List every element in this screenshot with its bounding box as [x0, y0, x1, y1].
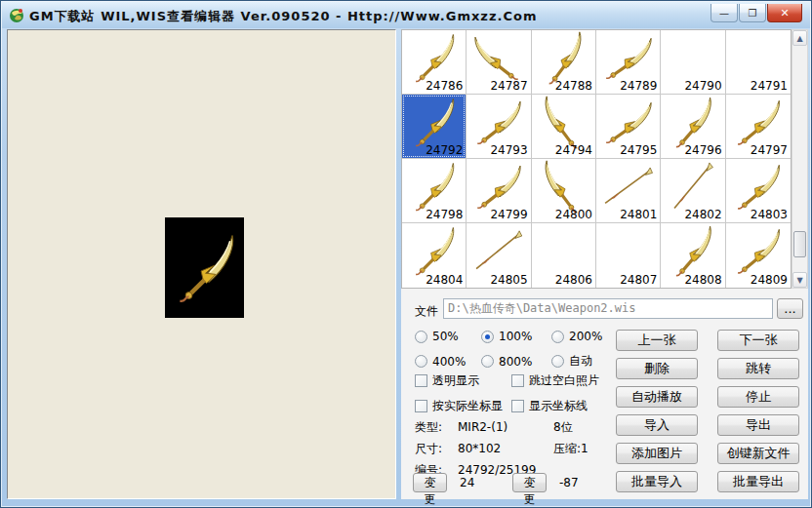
close-button[interactable]: ✕: [767, 4, 802, 22]
thumbnail-cell-24786[interactable]: 24786: [402, 30, 467, 95]
change-x-button[interactable]: 变更: [413, 473, 447, 492]
checkbox-label: 跳过空白照片: [529, 372, 599, 389]
sword-sprite: [467, 29, 529, 87]
radio-icon: [551, 331, 564, 343]
scrollbar-thumb[interactable]: [793, 231, 806, 257]
delete-button[interactable]: 删除: [616, 358, 698, 379]
add-image-button[interactable]: 添加图片: [616, 443, 698, 464]
thumbnail-number: 24797: [751, 143, 788, 157]
zoom-100-radio[interactable]: 100%: [481, 330, 551, 343]
zoom-50-radio[interactable]: 50%: [415, 330, 481, 343]
checkbox-icon: [415, 400, 427, 412]
zoom-auto-radio[interactable]: 自动: [551, 353, 620, 370]
zoom-800-radio[interactable]: 800%: [481, 353, 551, 370]
thumbnail-number: 24793: [490, 143, 527, 157]
create-file-button[interactable]: 创键新文件: [717, 443, 799, 464]
thumbnail-cell-24808[interactable]: 24808: [661, 223, 725, 288]
thumbnail-number: 24796: [684, 143, 721, 157]
thumbnail-number: 24786: [426, 79, 463, 93]
thumbnail-cell-24807[interactable]: 24807: [596, 223, 661, 288]
batch-import-button[interactable]: 批量导入: [616, 471, 698, 492]
compress-value: 压缩:1: [553, 441, 589, 457]
thumbnail-cell-24795[interactable]: 24795: [596, 95, 661, 159]
thumbnail-number: 24807: [620, 273, 657, 287]
scroll-down-icon[interactable]: ▼: [792, 272, 807, 288]
bits-value: 8位: [553, 419, 589, 436]
export-button[interactable]: 导出: [717, 414, 799, 436]
checkbox-icon: [511, 374, 524, 387]
thumbnail-cell-24794[interactable]: 24794: [532, 95, 596, 159]
display-options: 透明显示跳过空白照片按实际坐标显显示坐标线: [415, 372, 629, 414]
radio-icon: [481, 355, 494, 368]
file-label: 文件: [415, 303, 438, 320]
radio-label: 200%: [569, 330, 602, 343]
scrollbar[interactable]: ▲ ▼: [792, 29, 808, 289]
thumbnail-cell-24802[interactable]: 24802: [661, 159, 725, 223]
thumbnail-cell-24789[interactable]: 24789: [596, 30, 661, 95]
action-buttons: 上一张下一张删除跳转自动播放停止导入导出添加图片创键新文件批量导入批量导出: [616, 330, 799, 492]
minimize-button[interactable]: —: [710, 4, 738, 22]
thumbnail-cell-24809[interactable]: 24809: [726, 223, 791, 288]
thumbnail-cell-24800[interactable]: 24800: [532, 159, 596, 223]
type-label: 类型:: [415, 419, 458, 436]
thumbnail-cell-24796[interactable]: 24796: [661, 95, 725, 159]
thumbnail-cell-24798[interactable]: 24798: [402, 159, 467, 223]
thumbnail-number: 24790: [684, 79, 721, 93]
thumbnail-cell-24806[interactable]: 24806: [532, 223, 596, 288]
thumbnail-cell-24791[interactable]: 24791: [726, 30, 791, 95]
thumbnail-cell-24790[interactable]: 24790: [661, 30, 725, 95]
thumbnail-cell-24803[interactable]: 24803: [726, 159, 791, 223]
thumbnail-cell-24793[interactable]: 24793: [467, 95, 531, 159]
zoom-200-radio[interactable]: 200%: [551, 330, 620, 343]
radio-label: 自动: [569, 353, 592, 370]
browse-button[interactable]: ...: [777, 298, 803, 319]
transparent-display-checkbox[interactable]: 透明显示: [415, 372, 511, 389]
app-icon: [9, 7, 25, 23]
thumbnail-cell-24797[interactable]: 24797: [726, 95, 791, 159]
next-button[interactable]: 下一张: [717, 330, 799, 351]
sword-sprite: [405, 32, 462, 83]
app-window: GM下载站 WIL,WIS查看编辑器 Ver.090520 - Http://W…: [0, 0, 812, 508]
size-label: 尺寸:: [415, 441, 458, 457]
zoom-options: 50%100%200%400%800%自动: [415, 330, 620, 370]
window-title: GM下载站 WIL,WIS查看编辑器 Ver.090520 - Http://W…: [29, 8, 537, 25]
thumbnail-number: 24800: [555, 208, 592, 221]
change-y-button[interactable]: 变更: [512, 473, 547, 492]
sword-sprite: [663, 223, 722, 278]
sword-sprite: [663, 95, 722, 149]
import-button[interactable]: 导入: [616, 414, 698, 436]
thumbnail-cell-24787[interactable]: 24787: [467, 30, 531, 95]
thumbnail-cell-24792[interactable]: 24792: [402, 95, 467, 159]
file-path-input[interactable]: [443, 298, 773, 319]
thumbnail-cell-24801[interactable]: 24801: [596, 159, 661, 223]
jump-button[interactable]: 跳转: [717, 358, 799, 379]
actual-coordinates-checkbox[interactable]: 按实际坐标显: [415, 398, 511, 414]
maximize-button[interactable]: ❐: [739, 4, 766, 22]
thumbnail-number: 24795: [620, 143, 657, 157]
sword-sprite: [405, 225, 462, 276]
autoplay-button[interactable]: 自动播放: [616, 386, 698, 408]
thumbnail-cell-24804[interactable]: 24804: [402, 223, 467, 288]
offset-controls: 变更 24 变更 -87: [413, 473, 602, 492]
zoom-400-radio[interactable]: 400%: [415, 353, 481, 370]
titlebar: GM下载站 WIL,WIS查看编辑器 Ver.090520 - Http://W…: [2, 2, 810, 28]
thumbnail-number: 24794: [555, 143, 592, 157]
thumbnail-number: 24798: [426, 208, 463, 221]
sword-sprite: [467, 158, 529, 215]
batch-export-button[interactable]: 批量导出: [717, 471, 799, 492]
prev-button[interactable]: 上一张: [616, 330, 698, 351]
preview-image: [165, 217, 244, 318]
thumbnail-number: 24801: [620, 208, 657, 221]
thumbnail-number: 24803: [751, 208, 788, 221]
scroll-up-icon[interactable]: ▲: [792, 30, 807, 46]
sword-sprite: [405, 97, 462, 147]
radio-icon: [415, 331, 427, 343]
skip-blank-frames-checkbox[interactable]: 跳过空白照片: [511, 372, 629, 389]
thumbnail-cell-24805[interactable]: 24805: [467, 223, 531, 288]
thumbnail-number: 24788: [555, 79, 592, 93]
show-coordinate-lines-checkbox[interactable]: 显示坐标线: [511, 398, 629, 414]
thumbnail-cell-24799[interactable]: 24799: [467, 159, 531, 223]
thumbnail-cell-24788[interactable]: 24788: [532, 30, 596, 95]
stop-button[interactable]: 停止: [717, 386, 799, 408]
radio-label: 50%: [432, 330, 459, 343]
